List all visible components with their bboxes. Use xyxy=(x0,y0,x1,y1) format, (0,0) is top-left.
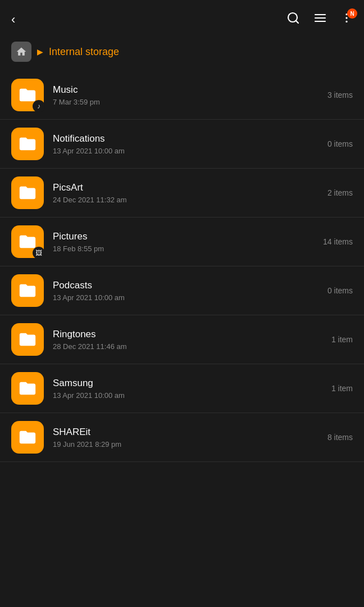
folder-info: SHAREit 19 Jun 2021 8:29 pm xyxy=(53,427,319,449)
folder-icon-wrap: ♪ xyxy=(11,79,44,111)
folder-count: 3 items xyxy=(319,90,353,99)
folder-info: Music 7 Mar 3:59 pm xyxy=(53,84,319,106)
folder-count: 0 items xyxy=(319,139,353,148)
folder-icon xyxy=(11,274,44,307)
folder-name: Samsung xyxy=(53,378,319,389)
folder-icon-wrap xyxy=(11,323,44,356)
folder-icon-wrap xyxy=(11,421,44,454)
folder-icon-wrap xyxy=(11,372,44,405)
list-item[interactable]: 🖼 Pictures 18 Feb 8:55 pm 14 items xyxy=(0,218,364,266)
folder-name: Music xyxy=(53,84,319,96)
search-button[interactable] xyxy=(286,11,300,28)
folder-name: Notifications xyxy=(53,133,319,144)
folder-date: 13 Apr 2021 10:00 am xyxy=(53,147,319,155)
folder-date: 28 Dec 2021 11:46 am xyxy=(53,342,319,351)
breadcrumb-arrow: ▶ xyxy=(37,47,43,56)
folder-name: Ringtones xyxy=(53,329,319,340)
svg-point-7 xyxy=(345,21,347,22)
folder-count: 0 items xyxy=(319,286,353,295)
list-item[interactable]: Podcasts 13 Apr 2021 10:00 am 0 items xyxy=(0,266,364,315)
folder-icon xyxy=(11,421,44,454)
list-item[interactable]: ♪ Music 7 Mar 3:59 pm 3 items xyxy=(0,71,364,120)
list-item[interactable]: SHAREit 19 Jun 2021 8:29 pm 8 items xyxy=(0,413,364,462)
folder-icon xyxy=(11,128,44,160)
folder-date: 18 Feb 8:55 pm xyxy=(53,244,319,253)
top-bar-left: ‹ xyxy=(11,12,15,27)
folder-sub-icon: 🖼 xyxy=(33,247,45,259)
folder-info: Samsung 13 Apr 2021 10:00 am xyxy=(53,378,319,400)
folder-info: PicsArt 24 Dec 2021 11:32 am xyxy=(53,182,319,204)
folder-count: 1 item xyxy=(319,335,353,344)
top-bar: ‹ N xyxy=(0,0,364,36)
list-item[interactable]: Notifications 13 Apr 2021 10:00 am 0 ite… xyxy=(0,120,364,169)
folder-date: 13 Apr 2021 10:00 am xyxy=(53,391,319,400)
more-options-button[interactable]: N xyxy=(340,12,353,28)
folder-icon xyxy=(11,372,44,405)
folder-count: 2 items xyxy=(319,188,353,197)
folder-sub-icon: ♪ xyxy=(33,100,45,112)
folder-name: SHAREit xyxy=(53,427,319,438)
folder-count: 14 items xyxy=(319,237,353,246)
folder-date: 24 Dec 2021 11:32 am xyxy=(53,196,319,204)
folder-info: Pictures 18 Feb 8:55 pm xyxy=(53,231,319,253)
folder-icon xyxy=(11,176,44,209)
back-button[interactable]: ‹ xyxy=(11,12,15,27)
notification-badge: N xyxy=(347,8,357,19)
folder-list: ♪ Music 7 Mar 3:59 pm 3 items Notificati… xyxy=(0,71,364,462)
folder-icon-wrap xyxy=(11,176,44,209)
folder-icon-wrap xyxy=(11,274,44,307)
folder-icon-wrap xyxy=(11,128,44,160)
folder-icon-wrap: 🖼 xyxy=(11,225,44,258)
folder-info: Notifications 13 Apr 2021 10:00 am xyxy=(53,133,319,155)
list-view-button[interactable] xyxy=(313,11,327,28)
folder-name: Pictures xyxy=(53,231,319,242)
top-bar-right: N xyxy=(286,11,353,28)
home-icon[interactable] xyxy=(11,42,31,62)
folder-name: Podcasts xyxy=(53,280,319,291)
svg-line-1 xyxy=(296,21,298,23)
folder-icon xyxy=(11,323,44,356)
folder-date: 7 Mar 3:59 pm xyxy=(53,98,319,106)
folder-count: 8 items xyxy=(319,433,353,442)
list-item[interactable]: PicsArt 24 Dec 2021 11:32 am 2 items xyxy=(0,169,364,218)
svg-point-6 xyxy=(345,17,347,19)
list-item[interactable]: Samsung 13 Apr 2021 10:00 am 1 item xyxy=(0,364,364,413)
folder-count: 1 item xyxy=(319,384,353,393)
breadcrumb: ▶ Internal storage xyxy=(0,36,364,71)
folder-date: 13 Apr 2021 10:00 am xyxy=(53,293,319,302)
folder-date: 19 Jun 2021 8:29 pm xyxy=(53,440,319,449)
folder-info: Ringtones 28 Dec 2021 11:46 am xyxy=(53,329,319,351)
folder-info: Podcasts 13 Apr 2021 10:00 am xyxy=(53,280,319,302)
folder-name: PicsArt xyxy=(53,182,319,193)
breadcrumb-path: Internal storage xyxy=(49,46,119,58)
list-item[interactable]: Ringtones 28 Dec 2021 11:46 am 1 item xyxy=(0,315,364,364)
